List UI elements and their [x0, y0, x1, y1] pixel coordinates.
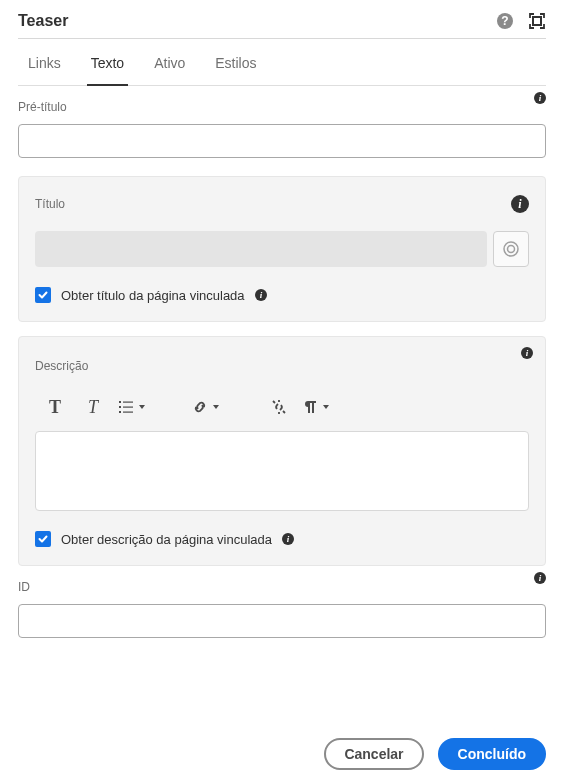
tab-estilos[interactable]: Estilos	[213, 55, 258, 85]
tab-ativo[interactable]: Ativo	[152, 55, 187, 85]
dialog-title: Teaser	[18, 12, 68, 30]
svg-rect-2	[533, 17, 541, 25]
svg-rect-15	[119, 411, 121, 413]
description-checkbox-row: Obter descrição da página vinculada i	[35, 531, 529, 547]
help-icon[interactable]: ?	[496, 12, 514, 30]
tab-links[interactable]: Links	[26, 55, 63, 85]
divider	[18, 38, 546, 39]
svg-rect-11	[119, 401, 121, 403]
description-panel: i Descrição T T	[18, 336, 546, 566]
svg-point-6	[508, 246, 515, 253]
title-checkbox-label: Obter título da página vinculada	[61, 288, 245, 303]
rte-toolbar: T T	[35, 383, 529, 431]
unlink-icon[interactable]	[265, 393, 293, 421]
title-label: Título	[35, 197, 65, 211]
svg-rect-12	[123, 402, 133, 403]
tab-texto[interactable]: Texto	[89, 55, 126, 85]
info-icon[interactable]: i	[511, 195, 529, 213]
fullscreen-icon[interactable]	[528, 12, 546, 30]
description-editor[interactable]	[35, 431, 529, 511]
description-checkbox[interactable]	[35, 531, 51, 547]
info-icon[interactable]: i	[282, 533, 294, 545]
info-icon[interactable]: i	[255, 289, 267, 301]
svg-rect-14	[123, 407, 133, 408]
title-input-disabled	[35, 231, 487, 267]
title-checkbox-row: Obter título da página vinculada i	[35, 287, 529, 303]
dialog-footer: Cancelar Concluído	[324, 738, 546, 770]
svg-point-5	[504, 242, 518, 256]
info-icon[interactable]: i	[534, 92, 546, 104]
dialog-header: Teaser ?	[18, 12, 546, 38]
paragraph-icon[interactable]	[303, 393, 331, 421]
id-label: ID	[18, 580, 546, 594]
id-field: i ID	[18, 566, 546, 642]
info-icon[interactable]: i	[534, 572, 546, 584]
title-picker-button[interactable]	[493, 231, 529, 267]
pretitle-input[interactable]	[18, 124, 546, 158]
done-button[interactable]: Concluído	[438, 738, 546, 770]
list-icon[interactable]	[117, 393, 147, 421]
link-icon[interactable]	[191, 393, 221, 421]
italic-icon[interactable]: T	[79, 393, 107, 421]
pretitle-label: Pré-título	[18, 100, 546, 114]
pretitle-field: i Pré-título	[18, 86, 546, 162]
id-input[interactable]	[18, 604, 546, 638]
title-panel: Título i Obter título da página vinculad…	[18, 176, 546, 322]
cancel-button[interactable]: Cancelar	[324, 738, 423, 770]
svg-rect-13	[119, 406, 121, 408]
title-checkbox[interactable]	[35, 287, 51, 303]
description-label: Descrição	[35, 359, 529, 373]
info-icon[interactable]: i	[521, 347, 533, 359]
description-checkbox-label: Obter descrição da página vinculada	[61, 532, 272, 547]
bold-icon[interactable]: T	[41, 393, 69, 421]
svg-text:?: ?	[501, 14, 508, 28]
tab-list: Links Texto Ativo Estilos	[18, 43, 546, 86]
svg-rect-16	[123, 412, 133, 413]
